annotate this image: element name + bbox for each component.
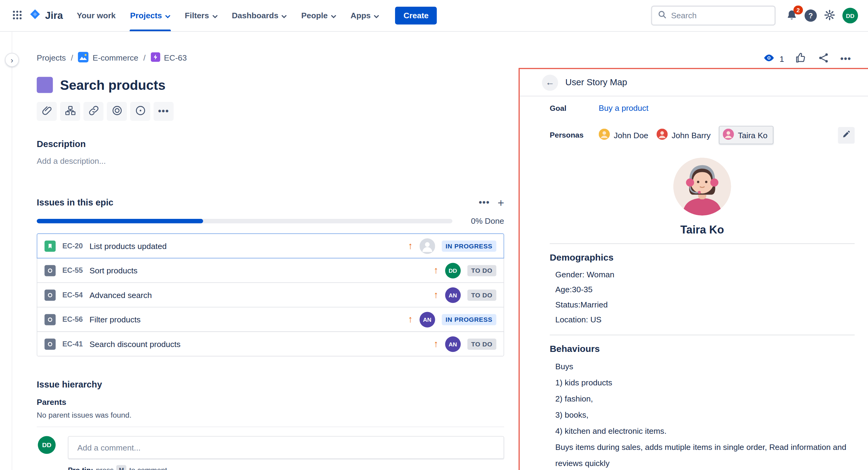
create-button[interactable]: Create xyxy=(395,7,437,25)
issue-summary[interactable]: Advanced search xyxy=(89,290,427,299)
issue-title[interactable]: Search products xyxy=(60,77,165,92)
parents-label: Parents xyxy=(37,398,504,406)
issue-summary[interactable]: Sort products xyxy=(89,266,427,275)
demographics-heading: Demographics xyxy=(550,252,855,263)
epic-type-icon xyxy=(151,52,160,64)
behaviour-item: 4) kitchen and electronic items. xyxy=(555,423,855,439)
nav-projects[interactable]: Projects xyxy=(123,0,178,31)
breadcrumb-project[interactable]: E-commerce xyxy=(78,52,138,64)
goal-link[interactable]: Buy a product xyxy=(599,104,649,112)
nav-dashboards[interactable]: Dashboards xyxy=(224,0,294,31)
more-actions-button[interactable]: ••• xyxy=(840,54,851,64)
issue-row[interactable]: EC-55 Sort products ↑ DD TO DO xyxy=(37,258,504,283)
behaviour-item: 1) kids products xyxy=(555,375,855,391)
notifications-button[interactable]: 2 xyxy=(782,6,801,25)
watchers-control[interactable]: 1 xyxy=(763,52,784,66)
status-badge[interactable]: IN PROGRESS xyxy=(442,314,496,325)
project-avatar-icon xyxy=(78,52,89,64)
jira-logo[interactable]: Jira xyxy=(27,8,70,23)
attach-button[interactable] xyxy=(37,102,57,121)
share-button[interactable] xyxy=(817,52,830,66)
persona-chip-john-doe[interactable]: John Doe xyxy=(599,126,648,144)
breadcrumb-issue-key[interactable]: EC-63 xyxy=(151,52,187,64)
like-button[interactable] xyxy=(795,52,807,66)
status-badge[interactable]: TO DO xyxy=(467,289,496,300)
nav-your-work[interactable]: Your work xyxy=(70,0,123,31)
chevron-right-icon: › xyxy=(11,56,13,64)
issue-row[interactable]: EC-41 Search discount products ↑ AN TO D… xyxy=(37,331,504,356)
eye-icon xyxy=(763,52,775,66)
arrow-left-icon: ← xyxy=(546,77,554,87)
issue-key[interactable]: EC-54 xyxy=(62,291,83,299)
comment-protip: Pro tip: press M to comment xyxy=(68,465,504,470)
add-child-issue-button[interactable] xyxy=(60,102,80,121)
issue-row[interactable]: EC-54 Advanced search ↑ AN TO DO xyxy=(37,283,504,307)
add-web-link-button[interactable] xyxy=(107,102,127,121)
persona-avatar-icon xyxy=(723,129,734,142)
issue-row[interactable]: EC-20 List products updated ↑ IN PROGRES… xyxy=(37,233,504,259)
help-button[interactable]: ? xyxy=(801,6,820,25)
epic-progress: 0% Done xyxy=(37,217,504,226)
toolbar-more-button[interactable]: ••• xyxy=(154,102,174,121)
nav-filters[interactable]: Filters xyxy=(178,0,225,31)
nav-people[interactable]: People xyxy=(294,0,343,31)
issue-key[interactable]: EC-55 xyxy=(62,266,83,274)
breadcrumb-projects[interactable]: Projects xyxy=(37,54,66,62)
nav-apps[interactable]: Apps xyxy=(343,0,386,31)
persona-name: Taira Ko xyxy=(550,224,855,236)
thumbs-up-icon xyxy=(795,52,807,66)
status-badge[interactable]: IN PROGRESS xyxy=(442,240,496,252)
epic-issues-more-button[interactable]: ••• xyxy=(479,198,490,208)
personas-label: Personas xyxy=(550,131,599,139)
user-story-map-panel: ← User Story Map Goal Buy a product Pers… xyxy=(519,68,868,470)
link-issue-button[interactable] xyxy=(83,102,103,121)
assignee-avatar[interactable]: AN xyxy=(420,312,435,327)
persona-chip-john-barry[interactable]: John Barry xyxy=(657,126,711,144)
assignee-avatar[interactable]: AN xyxy=(445,287,461,302)
settings-button[interactable] xyxy=(820,6,839,25)
search-box[interactable] xyxy=(651,5,776,26)
task-type-icon xyxy=(44,314,56,325)
assignee-avatar-unassigned[interactable] xyxy=(420,238,435,254)
target-icon xyxy=(111,105,123,118)
persona-chip-taira-ko[interactable]: Taira Ko xyxy=(719,126,774,144)
description-placeholder[interactable]: Add a description... xyxy=(37,156,504,165)
back-button[interactable]: ← xyxy=(542,74,558,90)
issue-row[interactable]: EC-56 Filter products ↑ AN IN PROGRESS xyxy=(37,307,504,332)
epic-color-swatch[interactable] xyxy=(37,77,53,93)
assignee-avatar[interactable]: AN xyxy=(445,336,461,352)
issue-summary[interactable]: Filter products xyxy=(89,315,401,324)
breadcrumb: Projects / E-commerce / EC-63 xyxy=(37,52,187,64)
link-icon xyxy=(88,105,99,118)
chevron-down-icon xyxy=(165,11,170,20)
edit-personas-button[interactable] xyxy=(838,127,855,143)
epic-issue-list: EC-20 List products updated ↑ IN PROGRES… xyxy=(37,233,504,356)
page-content: › 1 ••• xyxy=(0,32,868,470)
epic-progress-label: 0% Done xyxy=(471,217,504,226)
expand-sidebar-button[interactable]: › xyxy=(5,53,19,67)
priority-high-icon: ↑ xyxy=(408,240,413,252)
assignee-avatar[interactable]: DD xyxy=(445,263,461,278)
issue-key[interactable]: EC-20 xyxy=(62,242,83,250)
issue-key[interactable]: EC-56 xyxy=(62,315,83,323)
status-badge[interactable]: TO DO xyxy=(467,265,496,276)
story-type-icon xyxy=(44,240,56,252)
epic-add-issue-button[interactable]: + xyxy=(498,197,504,208)
behaviours-heading: Behaviours xyxy=(550,344,855,354)
issue-hierarchy-heading: Issue hierarchy xyxy=(37,380,504,390)
comment-input[interactable]: Add a comment... xyxy=(68,436,504,459)
app-switcher-button[interactable] xyxy=(8,6,27,25)
behaviour-item: Buys items during sales, adds mutiple it… xyxy=(555,439,855,470)
add-app-button[interactable] xyxy=(130,102,150,121)
search-input[interactable] xyxy=(671,11,775,20)
primary-nav: Your work Projects Filters Dashboards Pe… xyxy=(70,0,386,31)
issue-toolbar: ••• xyxy=(37,102,504,121)
status-badge[interactable]: TO DO xyxy=(467,338,496,349)
user-avatar[interactable]: DD xyxy=(842,8,858,24)
issue-summary[interactable]: List products updated xyxy=(89,241,401,250)
issue-summary[interactable]: Search discount products xyxy=(89,340,427,348)
task-type-icon xyxy=(44,265,56,276)
issue-key[interactable]: EC-41 xyxy=(62,340,83,348)
demographic-item: Status:Married xyxy=(555,297,855,312)
jira-logo-text: Jira xyxy=(45,10,63,21)
